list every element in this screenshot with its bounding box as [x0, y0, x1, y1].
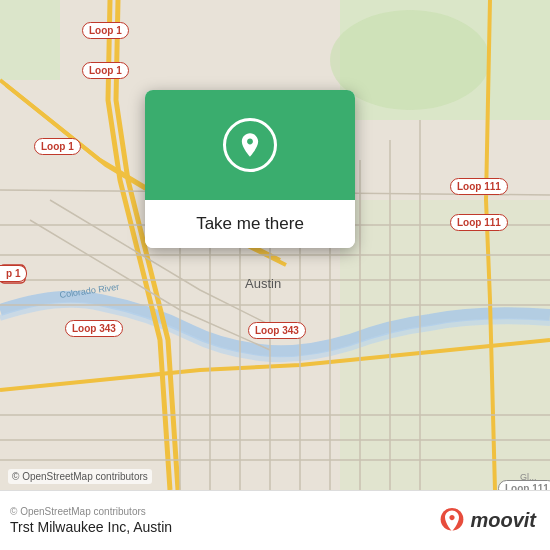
- pin-icon-container: [223, 118, 277, 172]
- popup-green-section: [145, 90, 355, 200]
- attribution-text: © OpenStreetMap contributors: [10, 506, 172, 517]
- loop-badge-4: Loop 111: [450, 178, 508, 195]
- loop-badge-1: Loop 1: [82, 22, 129, 39]
- moovit-wordmark: moovit: [470, 509, 536, 532]
- loop-badge-2: Loop 1: [82, 62, 129, 79]
- popup-label-section[interactable]: Take me there: [145, 200, 355, 248]
- loop-badge-3: Loop 1: [34, 138, 81, 155]
- loop-badge-8: p 1: [0, 265, 27, 282]
- map-container: Austin Colorado River p 1 Gl... Loop 1 L…: [0, 0, 550, 490]
- bottom-bar: © OpenStreetMap contributors Trst Milwau…: [0, 490, 550, 550]
- svg-rect-2: [0, 0, 60, 80]
- location-text: Trst Milwaukee Inc, Austin: [10, 519, 172, 535]
- loop-badge-5: Loop 111: [450, 214, 508, 231]
- loop-badge-9: Loop 111: [498, 480, 550, 490]
- loop-badge-7: Loop 343: [248, 322, 306, 339]
- take-me-there-label: Take me there: [196, 214, 304, 234]
- svg-text:Austin: Austin: [245, 276, 281, 291]
- moovit-logo[interactable]: moovit: [438, 507, 536, 535]
- loop-badge-6: Loop 343: [65, 320, 123, 337]
- popup-card: Take me there: [145, 90, 355, 248]
- bottom-bar-left: © OpenStreetMap contributors Trst Milwau…: [10, 506, 172, 535]
- moovit-logo-icon: [438, 507, 466, 535]
- map-attribution: © OpenStreetMap contributors: [8, 469, 152, 484]
